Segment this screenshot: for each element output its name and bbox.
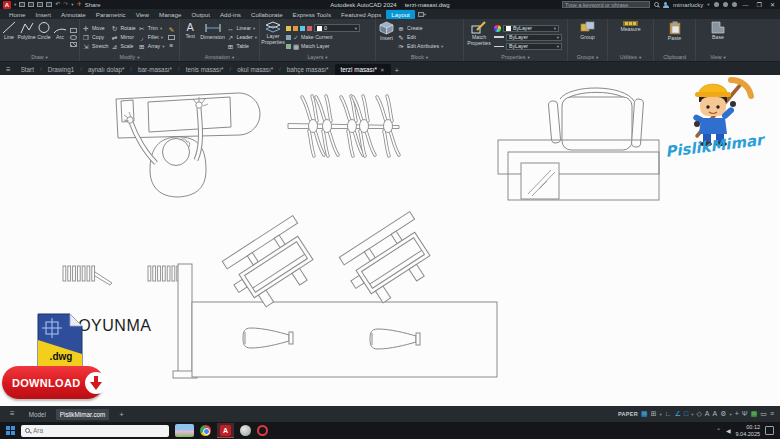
restore-button[interactable]: ❐ bbox=[755, 1, 764, 8]
tool-paste[interactable]: Paste bbox=[663, 21, 687, 53]
tab-featured-apps[interactable]: Featured Apps bbox=[336, 10, 386, 19]
app-menu-caret-icon[interactable]: ▾ bbox=[14, 2, 16, 7]
tool-trim[interactable]: Trim▾ bbox=[138, 24, 165, 32]
lineweight-dropdown[interactable]: ByLayer▾ bbox=[506, 34, 562, 41]
file-tab-terzi-masasi-active[interactable]: terzi masası*✕ bbox=[335, 64, 391, 75]
file-tab-drawing1[interactable]: Drawing1 bbox=[42, 64, 81, 75]
tool-edit-attributes[interactable]: Edit Attributes▾ bbox=[397, 42, 443, 50]
tool-move[interactable]: Move bbox=[82, 24, 108, 32]
tool-polyline[interactable]: Polyline bbox=[18, 21, 35, 53]
ortho-toggle-icon[interactable]: ∟ bbox=[665, 410, 672, 418]
layout-tab-active[interactable]: PislikMimar.com bbox=[56, 409, 109, 420]
tool-dimension[interactable]: Dimension bbox=[201, 21, 225, 53]
taskbar-clock[interactable]: 00:12 9.04.2025 bbox=[736, 424, 760, 437]
new-file-icon[interactable] bbox=[19, 2, 25, 7]
tool-measure[interactable]: Measure bbox=[616, 21, 646, 53]
draw-panel-title[interactable]: Draw▾ bbox=[2, 53, 77, 61]
opera-icon[interactable] bbox=[257, 425, 268, 436]
customization-menu-icon[interactable]: ≡ bbox=[770, 410, 774, 418]
tool-match-layer[interactable]: Match Layer bbox=[286, 42, 373, 50]
snap-toggle-icon[interactable]: ⊞ bbox=[651, 410, 657, 418]
osnap-caret-icon[interactable]: ▾ bbox=[691, 412, 693, 417]
autocad-taskbar-icon-active[interactable]: A bbox=[217, 423, 234, 438]
block-panel-title[interactable]: Block▾ bbox=[378, 53, 461, 61]
workspace-caret-icon[interactable]: ▾ bbox=[729, 412, 731, 417]
close-button[interactable]: ✕ bbox=[768, 1, 777, 8]
tool-leader[interactable]: Leader▾ bbox=[227, 33, 257, 41]
hatch-tool-icon[interactable] bbox=[70, 42, 77, 47]
layer-isolate-icon[interactable] bbox=[307, 26, 312, 31]
app-store-icon[interactable] bbox=[714, 2, 719, 7]
tab-annotate[interactable]: Annotate bbox=[56, 10, 91, 19]
workspace-gear-icon[interactable]: ⚙ bbox=[720, 410, 726, 418]
model-tab[interactable]: Model bbox=[25, 409, 50, 420]
redo-icon[interactable]: ↷ bbox=[63, 1, 68, 8]
tool-base[interactable]: Base bbox=[706, 21, 730, 53]
user-avatar-icon[interactable] bbox=[663, 2, 669, 8]
grid-toggle-icon[interactable]: ▦ bbox=[641, 410, 648, 418]
notification-center-icon[interactable] bbox=[765, 426, 774, 435]
annotation-scale-icon[interactable]: A bbox=[712, 410, 717, 418]
tool-circle[interactable]: Circle bbox=[37, 21, 51, 53]
tool-group[interactable]: Group bbox=[575, 21, 601, 53]
tab-insert[interactable]: Insert bbox=[31, 10, 56, 19]
ellipse-tool-icon[interactable] bbox=[70, 35, 77, 40]
user-menu-caret-icon[interactable]: ▾ bbox=[707, 2, 709, 7]
volume-icon[interactable]: ◀ bbox=[726, 427, 731, 434]
color-wheel-icon[interactable] bbox=[494, 25, 501, 32]
open-file-icon[interactable] bbox=[28, 2, 34, 7]
save-icon[interactable] bbox=[37, 2, 43, 7]
polar-tracking-icon[interactable]: ∠ bbox=[675, 410, 681, 418]
new-drawing-tab-button[interactable]: + bbox=[391, 66, 404, 75]
tool-mirror[interactable]: Mirror bbox=[110, 33, 135, 41]
hardware-accel-icon[interactable]: ▦ bbox=[751, 410, 758, 418]
tool-layer-properties[interactable]: Layer Properties bbox=[262, 21, 284, 53]
file-tab-okul-masasi[interactable]: okul masası* bbox=[231, 64, 279, 75]
new-layout-button[interactable]: + bbox=[115, 410, 128, 419]
tab-layout[interactable]: Layout bbox=[386, 10, 415, 19]
snap-caret-icon[interactable]: ▾ bbox=[660, 412, 662, 417]
tool-scale[interactable]: Scale bbox=[110, 42, 135, 50]
annotation-visibility-icon[interactable]: A bbox=[705, 410, 710, 418]
layer-dropdown[interactable]: 0 ▾ bbox=[314, 24, 360, 32]
autocad-logo-icon[interactable]: A bbox=[3, 1, 11, 9]
hidden-icons-chevron[interactable]: ⌃ bbox=[716, 427, 721, 434]
tool-fillet[interactable]: Fillet▾ bbox=[138, 33, 165, 41]
qat-customize-caret-icon[interactable]: ▾ bbox=[71, 2, 73, 7]
layer-lock-icon[interactable] bbox=[300, 26, 305, 31]
tool-linear[interactable]: Linear▾ bbox=[227, 24, 257, 32]
user-name[interactable]: mimarlucky bbox=[673, 2, 703, 8]
annotation-panel-title[interactable]: Annotation▾ bbox=[182, 53, 257, 61]
app-icon[interactable] bbox=[240, 425, 251, 436]
tool-table[interactable]: Table bbox=[227, 42, 257, 50]
start-button-icon[interactable] bbox=[6, 426, 15, 435]
layout-menu-icon[interactable]: ≡ bbox=[6, 409, 19, 419]
share-button[interactable]: Share bbox=[85, 2, 101, 8]
space-mode-label[interactable]: PAPER bbox=[618, 411, 638, 417]
search-icon[interactable] bbox=[654, 2, 659, 7]
tab-home[interactable]: Home bbox=[4, 10, 31, 19]
tool-array[interactable]: Array▾ bbox=[138, 42, 165, 50]
file-tab-aynali-dolap[interactable]: aynalı dolap* bbox=[82, 64, 130, 75]
tool-edit-block[interactable]: Edit bbox=[397, 33, 443, 41]
tool-arc[interactable]: Arc bbox=[53, 21, 67, 53]
erase-icon[interactable]: ✎ bbox=[167, 26, 175, 33]
osnap-toggle-icon[interactable]: □ bbox=[684, 410, 688, 418]
autodesk-app-icon[interactable] bbox=[723, 2, 728, 7]
chrome-icon[interactable] bbox=[200, 425, 211, 436]
ribbon-display-caret-icon[interactable]: ▾ bbox=[424, 12, 426, 17]
taskbar-search[interactable] bbox=[21, 425, 169, 437]
isodraft-icon[interactable]: ◇ bbox=[696, 410, 701, 418]
download-button[interactable]: DOWNLOAD bbox=[2, 366, 104, 399]
clipboard-panel-title[interactable]: Clipboard bbox=[656, 53, 693, 61]
file-tab-tenis-masasi[interactable]: tenis masası* bbox=[180, 64, 230, 75]
tab-manage[interactable]: Manage bbox=[154, 10, 186, 19]
tray-antenna-icon[interactable]: Ψ bbox=[742, 410, 748, 418]
offset-icon[interactable]: ≡ bbox=[167, 42, 175, 49]
file-tab-bar-masasi[interactable]: bar-masası* bbox=[132, 64, 178, 75]
taskbar-search-input[interactable] bbox=[33, 427, 143, 434]
tab-view[interactable]: View bbox=[131, 10, 154, 19]
layer-on-icon[interactable] bbox=[286, 26, 291, 31]
linetype-dropdown[interactable]: ByLayer▾ bbox=[506, 43, 562, 50]
layer-freeze-icon[interactable] bbox=[293, 26, 298, 31]
